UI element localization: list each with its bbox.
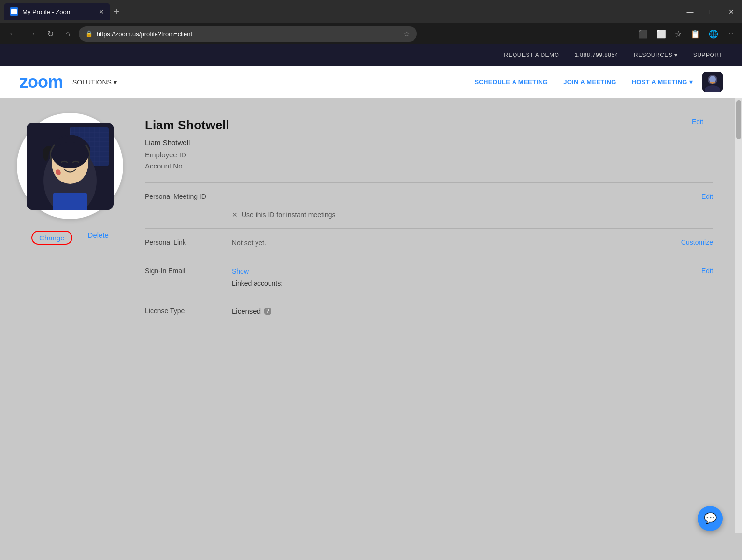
avatar-circle [17, 113, 123, 219]
personal-meeting-id-label: Personal Meeting ID [145, 193, 222, 200]
home-button[interactable]: ⌂ [62, 28, 73, 40]
solutions-menu[interactable]: SOLUTIONS [72, 78, 117, 86]
chat-fab-button[interactable]: 💬 [698, 506, 723, 531]
instant-meeting-text: Use this ID for instant meetings [242, 211, 336, 219]
profile-account-no: Account No. [145, 162, 713, 170]
pmid-value-empty [232, 193, 692, 207]
sign-in-email-label: Sign-In Email [145, 267, 222, 275]
back-button[interactable]: ← [6, 28, 19, 40]
profile-icon[interactable]: 🌐 [706, 28, 721, 41]
personal-link-section: Personal Link Not set yet. Customize [145, 229, 713, 257]
personal-link-label: Personal Link [145, 238, 222, 246]
favorites-icon[interactable]: ☆ [672, 28, 685, 41]
instant-meeting-row: ✕ Use this ID for instant meetings [232, 211, 692, 219]
personal-meeting-id-content: ✕ Use this ID for instant meetings [232, 193, 692, 219]
sign-in-email-section: Sign-In Email Show Linked accounts: Edit [145, 257, 713, 297]
lock-icon: 🔒 [86, 30, 93, 37]
scrollbar[interactable] [735, 98, 742, 533]
maximize-button[interactable]: □ [705, 6, 717, 17]
avatar-image-container [27, 123, 114, 210]
collections-icon[interactable]: 📋 [687, 28, 703, 41]
personal-meeting-id-section: Personal Meeting ID ✕ Use this ID for in… [145, 183, 713, 229]
license-type-label: License Type [145, 307, 222, 315]
support-link[interactable]: SUPPORT [693, 52, 723, 58]
browser-chrome: My Profile - Zoom ✕ + — □ ✕ ← → ↻ ⌂ 🔒 ht… [0, 0, 742, 44]
profile-edit-button[interactable]: Edit [692, 118, 703, 126]
tab-close-button[interactable]: ✕ [99, 8, 104, 15]
phone-number[interactable]: 1.888.799.8854 [574, 52, 618, 58]
join-meeting-link[interactable]: JOIN A MEETING [563, 78, 616, 85]
linked-accounts-text: Linked accounts: [232, 280, 692, 287]
extensions-icon[interactable]: ⬛ [635, 28, 651, 41]
profile-area: Change Delete Edit Liam Shotwell Liam Sh… [0, 98, 742, 533]
browser-toolbar: ⬛ ⬜ ☆ 📋 🌐 ··· [635, 28, 736, 41]
profile-name-section: Edit Liam Shotwell Liam Shotwell Employe… [145, 108, 713, 183]
delete-photo-button[interactable]: Delete [88, 231, 109, 245]
license-type-value: Licensed [232, 307, 261, 315]
forward-button[interactable]: → [25, 28, 39, 40]
browser-addressbar: ← → ↻ ⌂ 🔒 https://zoom.us/profile?from=c… [0, 23, 742, 44]
main-nav-links: SCHEDULE A MEETING JOIN A MEETING HOST A… [474, 78, 693, 85]
user-avatar-nav[interactable] [702, 72, 723, 92]
scrollbar-thumb[interactable] [736, 100, 741, 139]
tab-favicon-inner [11, 9, 17, 14]
show-email-button[interactable]: Show [232, 267, 249, 275]
svg-point-3 [709, 76, 716, 83]
host-meeting-link[interactable]: HOST A MEETING [632, 78, 693, 85]
close-button[interactable]: ✕ [725, 6, 738, 17]
change-photo-button[interactable]: Change [31, 231, 72, 245]
resources-menu[interactable]: RESOURCES [634, 52, 678, 58]
bookmark-icon[interactable]: ☆ [404, 30, 410, 38]
chat-fab-icon: 💬 [704, 512, 717, 525]
svg-rect-23 [53, 193, 87, 210]
profile-left: Change Delete [0, 98, 135, 533]
license-type-content: Licensed ? [232, 307, 713, 315]
request-demo-link[interactable]: REQUEST A DEMO [504, 52, 559, 58]
tab-title: My Profile - Zoom [22, 8, 72, 15]
license-type-section: License Type Licensed ? [145, 297, 713, 325]
new-tab-button[interactable]: + [114, 6, 120, 17]
licensed-badge: Licensed ? [232, 307, 713, 315]
personal-meeting-id-edit-button[interactable]: Edit [701, 193, 713, 200]
url-text: https://zoom.us/profile?from=client [97, 30, 400, 38]
license-info-icon[interactable]: ? [264, 308, 271, 315]
address-bar[interactable]: 🔒 https://zoom.us/profile?from=client ☆ [79, 26, 417, 42]
window-controls: — □ ✕ [683, 6, 738, 17]
profile-employee-id: Employee ID [145, 151, 713, 159]
personal-link-customize-button[interactable]: Customize [681, 238, 713, 246]
personal-link-content: Not set yet. [232, 238, 671, 247]
zoom-logo[interactable]: zoom [19, 72, 63, 92]
avatar-actions: Change Delete [31, 231, 109, 245]
profile-username: Liam Shotwell [145, 139, 713, 147]
personal-link-value: Not set yet. [232, 239, 266, 247]
avatar-nav-image [702, 72, 723, 92]
x-icon: ✕ [232, 211, 238, 219]
sign-in-email-content: Show Linked accounts: [232, 267, 692, 287]
avatar-svg [27, 123, 114, 210]
menu-icon[interactable]: ··· [724, 28, 736, 40]
browser-titlebar: My Profile - Zoom ✕ + — □ ✕ [0, 0, 742, 23]
tab-favicon [10, 7, 18, 16]
minimize-button[interactable]: — [683, 6, 698, 17]
fullscreen-icon[interactable]: ⬜ [654, 28, 669, 41]
browser-tab[interactable]: My Profile - Zoom ✕ [4, 3, 110, 20]
schedule-meeting-link[interactable]: SCHEDULE A MEETING [474, 78, 548, 85]
main-nav: zoom SOLUTIONS SCHEDULE A MEETING JOIN A… [0, 66, 742, 98]
profile-right: Edit Liam Shotwell Liam Shotwell Employe… [135, 98, 742, 533]
top-nav: REQUEST A DEMO 1.888.799.8854 RESOURCES … [0, 44, 742, 66]
refresh-button[interactable]: ↻ [44, 28, 57, 41]
profile-display-name: Liam Shotwell [145, 118, 713, 133]
sign-in-email-edit-button[interactable]: Edit [701, 267, 713, 275]
